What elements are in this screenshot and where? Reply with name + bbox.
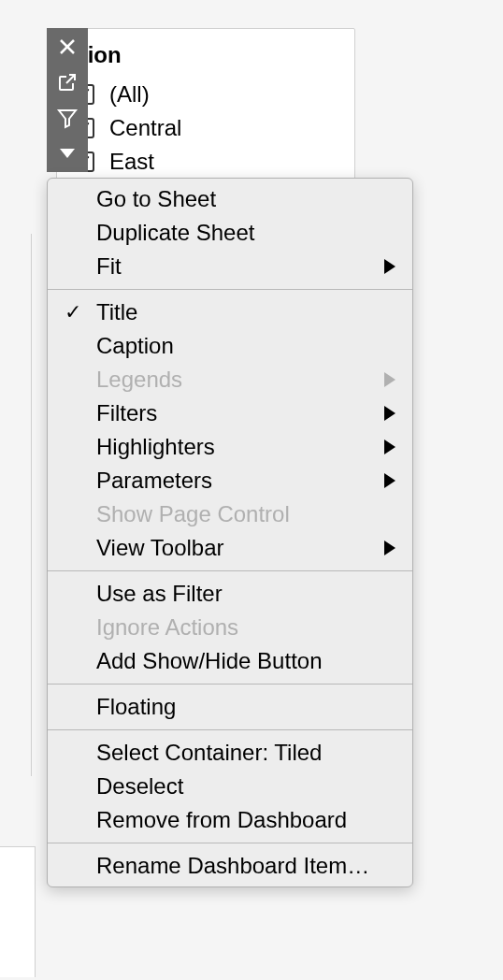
close-icon[interactable] (54, 34, 80, 60)
filter-item-all[interactable]: (All) (57, 78, 354, 111)
menu-remove-from-dashboard[interactable]: Remove from Dashboard (48, 803, 412, 837)
menu-view-toolbar[interactable]: View Toolbar (48, 531, 412, 565)
menu-deselect[interactable]: Deselect (48, 770, 412, 803)
menu-item-label: Caption (96, 333, 174, 359)
menu-title[interactable]: ✓ Title (48, 295, 412, 329)
menu-item-label: Ignore Actions (96, 614, 238, 641)
filter-item-central[interactable]: Central (57, 111, 354, 145)
chevron-right-icon (384, 540, 395, 555)
menu-separator (48, 570, 412, 571)
menu-rename-dashboard-item[interactable]: Rename Dashboard Item… (48, 849, 412, 883)
worksheet-side-toolbar (47, 28, 88, 172)
menu-fit[interactable]: Fit (48, 250, 412, 283)
menu-go-to-sheet[interactable]: Go to Sheet (48, 182, 412, 216)
menu-item-label: Parameters (96, 468, 212, 494)
filter-item-east[interactable]: East (57, 145, 354, 179)
menu-add-show-hide-button[interactable]: Add Show/Hide Button (48, 644, 412, 678)
menu-item-label: View Toolbar (96, 535, 224, 561)
context-menu: Go to Sheet Duplicate Sheet Fit ✓ Title … (47, 178, 413, 887)
menu-item-label: Rename Dashboard Item… (96, 853, 369, 879)
chevron-right-icon (384, 259, 395, 274)
check-icon: ✓ (65, 300, 81, 324)
menu-item-label: Go to Sheet (96, 186, 216, 212)
svg-marker-3 (59, 110, 76, 127)
region-filter-panel: gion (All) Central East (56, 28, 355, 187)
menu-highlighters[interactable]: Highlighters (48, 430, 412, 464)
chevron-right-icon (384, 440, 395, 454)
dropdown-icon[interactable] (54, 140, 80, 166)
menu-legends: Legends (48, 363, 412, 396)
menu-separator (48, 843, 412, 843)
chevron-right-icon (384, 372, 395, 387)
chevron-right-icon (384, 473, 395, 488)
filter-title: gion (57, 36, 354, 78)
background-panel (0, 846, 36, 977)
chevron-right-icon (384, 406, 395, 421)
menu-item-label: Add Show/Hide Button (96, 648, 323, 674)
menu-item-label: Deselect (96, 773, 183, 800)
menu-separator (48, 289, 412, 290)
menu-show-page-control: Show Page Control (48, 497, 412, 531)
menu-use-as-filter[interactable]: Use as Filter (48, 577, 412, 611)
menu-filters[interactable]: Filters (48, 396, 412, 430)
menu-item-label: Fit (96, 253, 122, 280)
menu-item-label: Highlighters (96, 434, 215, 460)
menu-item-label: Remove from Dashboard (96, 807, 347, 833)
menu-caption[interactable]: Caption (48, 329, 412, 363)
menu-separator (48, 729, 412, 730)
svg-line-2 (66, 75, 75, 83)
menu-floating[interactable]: Floating (48, 690, 412, 724)
open-external-icon[interactable] (54, 69, 80, 95)
filter-item-label: (All) (109, 81, 150, 108)
filter-icon[interactable] (54, 105, 80, 131)
menu-item-label: Select Container: Tiled (96, 740, 322, 766)
menu-ignore-actions: Ignore Actions (48, 611, 412, 644)
menu-parameters[interactable]: Parameters (48, 464, 412, 497)
menu-item-label: Use as Filter (96, 581, 223, 607)
filter-item-label: East (109, 149, 154, 175)
menu-item-label: Filters (96, 400, 157, 426)
filter-item-label: Central (109, 115, 181, 141)
menu-item-label: Show Page Control (96, 501, 290, 527)
menu-item-label: Floating (96, 694, 176, 720)
menu-select-container[interactable]: Select Container: Tiled (48, 736, 412, 770)
menu-item-label: Duplicate Sheet (96, 220, 254, 246)
menu-item-label: Title (96, 299, 137, 325)
menu-duplicate-sheet[interactable]: Duplicate Sheet (48, 216, 412, 250)
background-line (31, 234, 32, 776)
menu-item-label: Legends (96, 367, 182, 393)
menu-separator (48, 684, 412, 685)
